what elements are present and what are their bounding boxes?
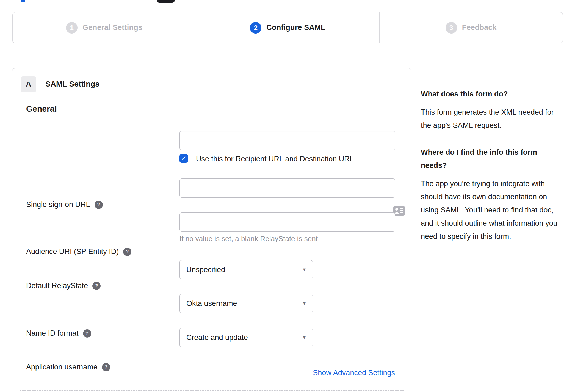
single-sign-on-url-label-text: Single sign-on URL xyxy=(26,200,90,209)
general-section-heading: General xyxy=(26,104,57,114)
checkmark-icon: ✓ xyxy=(181,155,186,162)
default-relaystate-label: Default RelayState ? xyxy=(26,281,101,290)
recipient-destination-checkbox[interactable]: ✓ xyxy=(179,154,188,163)
step-configure-saml[interactable]: 2 Configure SAML xyxy=(196,12,379,43)
application-username-value: Okta username xyxy=(186,299,237,308)
step-1-label: General Settings xyxy=(82,23,142,32)
panel-title: SAML Settings xyxy=(45,80,99,89)
show-advanced-settings-link[interactable]: Show Advanced Settings xyxy=(313,369,395,377)
help-heading-what: What does this form do? xyxy=(421,87,562,101)
update-application-username-value: Create and update xyxy=(186,333,248,342)
help-para-what: This form generates the XML needed for t… xyxy=(421,106,562,132)
step-general-settings[interactable]: 1 General Settings xyxy=(13,12,196,43)
help-heading-where: Where do I find the info this form needs… xyxy=(421,146,562,172)
step-3-label: Feedback xyxy=(462,23,497,32)
name-id-format-select[interactable]: Unspecified ▼ xyxy=(179,260,313,279)
single-sign-on-url-help-icon[interactable]: ? xyxy=(95,201,103,209)
configure-saml-page: 1 General Settings 2 Configure SAML 3 Fe… xyxy=(0,0,575,392)
default-relaystate-input[interactable] xyxy=(179,212,395,232)
help-para-where: The app you're trying to integrate with … xyxy=(421,177,562,243)
step-feedback[interactable]: 3 Feedback xyxy=(379,12,563,43)
audience-uri-label: Audience URI (SP Entity ID) ? xyxy=(26,247,131,256)
wizard-stepper: 1 General Settings 2 Configure SAML 3 Fe… xyxy=(12,12,563,43)
update-application-username-select[interactable]: Create and update ▼ xyxy=(179,328,313,347)
single-sign-on-url-label: Single sign-on URL ? xyxy=(26,200,103,209)
name-id-format-label-text: Name ID format xyxy=(26,329,79,338)
audience-uri-help-icon[interactable]: ? xyxy=(123,248,131,256)
chevron-down-icon: ▼ xyxy=(302,301,306,306)
name-id-format-label: Name ID format ? xyxy=(26,329,91,338)
application-username-label-text: Application username xyxy=(26,363,98,371)
step-2-number-badge: 2 xyxy=(250,22,261,34)
name-id-format-value: Unspecified xyxy=(186,266,225,274)
single-sign-on-url-input[interactable] xyxy=(179,131,395,150)
chevron-down-icon: ▼ xyxy=(302,335,306,340)
help-sidebar: What does this form do? This form genera… xyxy=(421,87,562,257)
default-relaystate-label-text: Default RelayState xyxy=(26,281,88,290)
step-3-number-badge: 3 xyxy=(446,22,457,34)
step-1-number-badge: 1 xyxy=(66,22,78,34)
step-2-label: Configure SAML xyxy=(266,23,325,32)
default-relaystate-help-icon[interactable]: ? xyxy=(92,282,101,290)
name-id-format-help-icon[interactable]: ? xyxy=(83,329,91,338)
section-a-badge: A xyxy=(21,76,36,92)
audience-uri-label-text: Audience URI (SP Entity ID) xyxy=(26,247,119,256)
saml-settings-panel: A SAML Settings General Single sign-on U… xyxy=(12,68,411,392)
cutoff-blue-logo-fragment xyxy=(21,0,25,2)
cutoff-black-button-fragment xyxy=(157,0,175,3)
chevron-down-icon: ▼ xyxy=(302,267,306,272)
section-dashed-divider xyxy=(20,390,404,391)
application-username-help-icon[interactable]: ? xyxy=(102,363,110,371)
application-username-label: Application username ? xyxy=(26,363,110,371)
application-username-select[interactable]: Okta username ▼ xyxy=(179,294,313,313)
audience-uri-input[interactable] xyxy=(179,178,395,198)
default-relaystate-hint: If no value is set, a blank RelayState i… xyxy=(179,234,318,243)
recipient-destination-checkbox-label: Use this for Recipient URL and Destinati… xyxy=(196,155,354,163)
